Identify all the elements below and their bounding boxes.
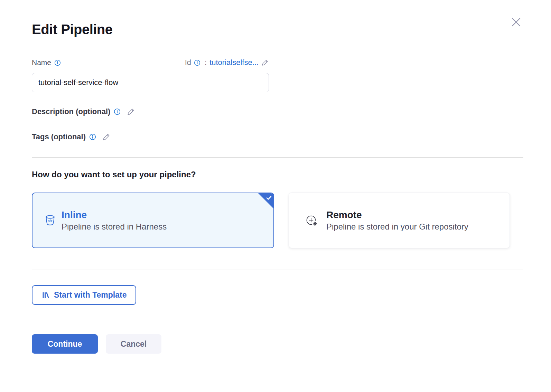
footer-actions: Continue Cancel bbox=[32, 334, 523, 354]
divider bbox=[32, 270, 523, 270]
id-group: Id : tutorialselfse... bbox=[185, 58, 269, 67]
check-icon bbox=[266, 196, 272, 200]
pipeline-storage-options: </> Inline Pipeline is stored in Harness bbox=[32, 193, 523, 248]
edit-description-pencil-icon[interactable] bbox=[127, 108, 135, 116]
id-value-link[interactable]: tutorialselfse... bbox=[209, 58, 259, 67]
edit-tags-pencil-icon[interactable] bbox=[102, 133, 111, 141]
option-title: Remote bbox=[326, 209, 468, 221]
divider bbox=[32, 157, 523, 158]
close-button[interactable] bbox=[510, 16, 523, 29]
template-library-icon bbox=[41, 291, 50, 299]
id-separator: : bbox=[205, 58, 207, 67]
edit-pipeline-modal: Edit Pipeline Name Id : tutorialselfse..… bbox=[0, 0, 551, 392]
id-label: Id bbox=[185, 58, 191, 67]
start-with-template-button[interactable]: Start with Template bbox=[32, 285, 136, 305]
info-icon[interactable] bbox=[194, 59, 200, 66]
option-card-text: Inline Pipeline is stored in Harness bbox=[62, 209, 167, 232]
cancel-button[interactable]: Cancel bbox=[106, 334, 161, 354]
info-icon[interactable] bbox=[89, 133, 96, 140]
name-id-row: Name Id : tutorialselfse... bbox=[32, 58, 269, 67]
option-card-inline[interactable]: </> Inline Pipeline is stored in Harness bbox=[32, 193, 274, 248]
name-label-group: Name bbox=[32, 58, 61, 67]
option-description: Pipeline is stored in Harness bbox=[62, 222, 167, 232]
name-label: Name bbox=[32, 58, 51, 67]
info-icon[interactable] bbox=[54, 59, 61, 66]
page-title: Edit Pipeline bbox=[32, 22, 523, 37]
option-title: Inline bbox=[62, 209, 167, 221]
description-label: Description (optional) bbox=[32, 107, 110, 116]
remote-git-icon bbox=[304, 213, 320, 228]
tags-label: Tags (optional) bbox=[32, 132, 86, 141]
info-icon[interactable] bbox=[114, 108, 121, 115]
close-icon bbox=[510, 16, 522, 28]
option-description: Pipeline is stored in your Git repositor… bbox=[326, 222, 468, 232]
tags-row: Tags (optional) bbox=[32, 132, 523, 141]
description-row: Description (optional) bbox=[32, 107, 523, 116]
selected-corner-badge bbox=[258, 193, 274, 209]
start-with-template-label: Start with Template bbox=[54, 290, 127, 300]
option-card-remote[interactable]: Remote Pipeline is stored in your Git re… bbox=[289, 193, 510, 248]
setup-question: How do you want to set up your pipeline? bbox=[32, 170, 523, 179]
inline-harness-bucket-icon: </> bbox=[45, 215, 55, 226]
name-input[interactable] bbox=[32, 73, 269, 92]
continue-button[interactable]: Continue bbox=[32, 334, 98, 354]
option-card-text: Remote Pipeline is stored in your Git re… bbox=[326, 209, 468, 232]
svg-text:</>: </> bbox=[48, 219, 53, 223]
edit-id-pencil-icon[interactable] bbox=[261, 59, 269, 66]
